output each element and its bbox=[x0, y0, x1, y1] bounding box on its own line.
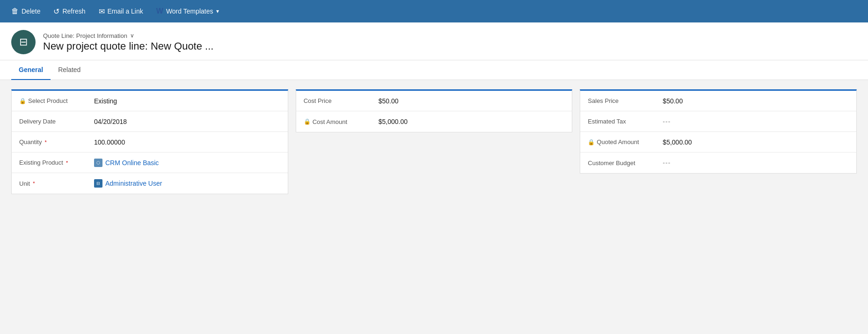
breadcrumb: Quote Line: Project Information ∨ bbox=[43, 32, 213, 39]
field-label-estimated-tax: Estimated Tax bbox=[588, 118, 663, 125]
required-star: * bbox=[66, 160, 68, 166]
field-row: Quantity * 100.00000 bbox=[12, 132, 288, 152]
field-row: Sales Price $50.00 bbox=[580, 91, 856, 111]
tab-general[interactable]: General bbox=[11, 60, 51, 80]
breadcrumb-chevron[interactable]: ∨ bbox=[130, 32, 134, 39]
field-value-unit[interactable]: ⊟ Administrative User bbox=[94, 179, 162, 188]
header: ⊟ Quote Line: Project Information ∨ New … bbox=[0, 22, 868, 60]
avatar: ⊟ bbox=[11, 30, 36, 54]
toolbar: 🗑 Delete ↺ Refresh ✉ Email a Link W Word… bbox=[0, 0, 868, 22]
word-templates-button[interactable]: W Word Templates ▾ bbox=[151, 3, 225, 20]
field-row: 🔒 Select Product Existing bbox=[12, 91, 288, 111]
page-title: New project quote line: New Quote ... bbox=[43, 40, 213, 52]
field-label-existing-product: Existing Product * bbox=[19, 159, 94, 166]
field-value-estimated-tax: --- bbox=[663, 118, 671, 125]
field-row: Estimated Tax --- bbox=[580, 111, 856, 132]
field-label-quoted-amount: 🔒 Quoted Amount bbox=[588, 138, 663, 145]
refresh-button[interactable]: ↺ Refresh bbox=[48, 3, 91, 20]
main-content: 🔒 Select Product Existing Delivery Date … bbox=[0, 80, 868, 331]
email-link-button[interactable]: ✉ Email a Link bbox=[93, 3, 149, 20]
field-value-cost-price: $50.00 bbox=[379, 97, 399, 105]
breadcrumb-label: Quote Line: Project Information bbox=[43, 32, 127, 39]
card-middle: Cost Price $50.00 🔒 Cost Amount $5,000.0… bbox=[296, 89, 573, 132]
field-value-quantity[interactable]: 100.00000 bbox=[94, 138, 125, 146]
field-row: Delivery Date 04/20/2018 bbox=[12, 111, 288, 132]
field-value-delivery-date[interactable]: 04/20/2018 bbox=[94, 118, 127, 125]
field-row: 🔒 Quoted Amount $5,000.00 bbox=[580, 132, 856, 152]
field-value-customer-budget: --- bbox=[663, 159, 671, 167]
field-value-sales-price: $50.00 bbox=[663, 97, 683, 105]
cube-icon: ⬡ bbox=[94, 159, 102, 167]
field-row: 🔒 Cost Amount $5,000.00 bbox=[296, 111, 572, 132]
cards-row: 🔒 Select Product Existing Delivery Date … bbox=[11, 89, 857, 194]
tab-related[interactable]: Related bbox=[51, 60, 88, 80]
field-label-cost-price: Cost Price bbox=[304, 97, 379, 104]
field-label-quantity: Quantity * bbox=[19, 138, 94, 145]
required-star: * bbox=[33, 181, 35, 186]
entity-icon: ⊟ bbox=[94, 179, 102, 188]
field-label-sales-price: Sales Price bbox=[588, 97, 663, 104]
email-icon: ✉ bbox=[99, 7, 105, 16]
delete-button[interactable]: 🗑 Delete bbox=[6, 3, 46, 20]
card-left: 🔒 Select Product Existing Delivery Date … bbox=[11, 89, 288, 194]
field-row: Cost Price $50.00 bbox=[296, 91, 572, 111]
field-row: Unit * ⊟ Administrative User bbox=[12, 173, 288, 194]
field-value-cost-amount: $5,000.00 bbox=[379, 118, 408, 125]
tabs-bar: General Related bbox=[0, 60, 868, 80]
field-value-select-product: Existing bbox=[94, 97, 117, 105]
lock-icon: 🔒 bbox=[588, 139, 595, 145]
avatar-icon: ⊟ bbox=[19, 36, 28, 48]
field-label-select-product: 🔒 Select Product bbox=[19, 97, 94, 104]
field-value-existing-product[interactable]: ⬡ CRM Online Basic bbox=[94, 159, 159, 167]
header-text: Quote Line: Project Information ∨ New pr… bbox=[43, 32, 213, 52]
field-label-unit: Unit * bbox=[19, 180, 94, 187]
field-label-delivery-date: Delivery Date bbox=[19, 118, 94, 125]
lock-icon: 🔒 bbox=[19, 98, 26, 104]
field-row: Existing Product * ⬡ CRM Online Basic bbox=[12, 152, 288, 173]
refresh-icon: ↺ bbox=[53, 7, 59, 16]
field-label-cost-amount: 🔒 Cost Amount bbox=[304, 118, 379, 125]
required-star: * bbox=[44, 139, 46, 145]
delete-icon: 🗑 bbox=[11, 7, 19, 15]
lock-icon: 🔒 bbox=[304, 118, 311, 125]
field-label-customer-budget: Customer Budget bbox=[588, 160, 663, 167]
field-value-quoted-amount: $5,000.00 bbox=[663, 138, 692, 146]
card-right: Sales Price $50.00 Estimated Tax --- 🔒 Q… bbox=[580, 89, 857, 174]
field-row: Customer Budget --- bbox=[580, 152, 856, 173]
word-icon: W bbox=[156, 7, 163, 15]
chevron-down-icon: ▾ bbox=[216, 8, 219, 15]
